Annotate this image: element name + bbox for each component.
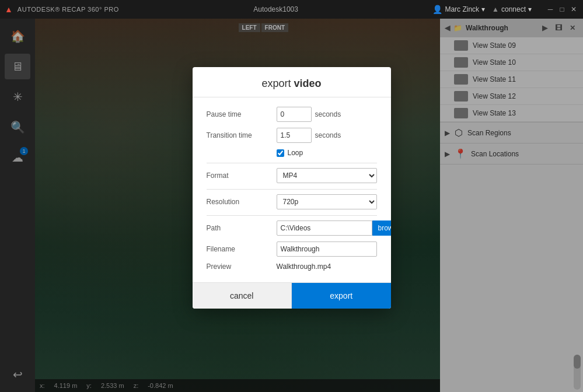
transition-time-unit: seconds (315, 131, 341, 139)
app-name: AUTODESK® RECAP 360° PRO (18, 6, 119, 13)
form-divider-3 (207, 215, 377, 216)
modal-overlay: export video Pause time seconds Transiti… (0, 19, 583, 392)
filename-label: Filename (207, 245, 277, 253)
user-name: Marc Zinck (445, 5, 479, 13)
path-label: Path (207, 224, 277, 232)
user-icon: 👤 (432, 5, 442, 14)
transition-time-label: Transition time (207, 131, 277, 139)
form-divider-2 (207, 189, 377, 190)
format-label: Format (207, 172, 277, 180)
connect-menu[interactable]: ▲ connect ▾ (492, 5, 532, 13)
browse-button[interactable]: browse (372, 220, 391, 236)
resolution-row: Resolution 720p 1080p 480p (207, 194, 377, 209)
pause-time-unit: seconds (315, 110, 341, 118)
minimize-button[interactable]: ─ (546, 5, 555, 14)
cancel-button[interactable]: cancel (193, 283, 292, 309)
pause-time-row: Pause time seconds (207, 107, 377, 122)
maximize-button[interactable]: □ (557, 5, 567, 14)
resolution-label: Resolution (207, 198, 277, 206)
form-divider-1 (207, 163, 377, 163)
preview-value: Walkthrough.mp4 (277, 262, 331, 271)
connect-label: connect (501, 5, 526, 13)
format-select[interactable]: MP4 AVI MOV (277, 168, 377, 183)
user-dropdown-icon: ▾ (481, 5, 485, 13)
dialog-body: Pause time seconds Transition time secon… (193, 97, 391, 282)
window-controls: ─ □ ✕ (546, 5, 578, 14)
export-dialog: export video Pause time seconds Transiti… (193, 67, 391, 309)
transition-time-input[interactable] (277, 128, 312, 143)
pause-time-label: Pause time (207, 110, 277, 118)
title-left: ▲ AUTODESK® RECAP 360° PRO (5, 5, 119, 14)
main-area: 🏠 🖥 ✳ 🔍 ☁ 1 ↩ LEFT FRONT ◀ 📁 Walkthrough… (0, 19, 583, 392)
filename-row: Filename (207, 242, 377, 257)
path-row: Path browse (207, 220, 377, 236)
filename-input[interactable] (277, 242, 377, 257)
preview-row: Preview Walkthrough.mp4 (207, 262, 377, 271)
titlebar: ▲ AUTODESK® RECAP 360° PRO Autodesk1003 … (0, 0, 583, 19)
loop-checkbox[interactable] (277, 149, 284, 157)
format-row: Format MP4 AVI MOV (207, 168, 377, 183)
dialog-footer: cancel export (193, 282, 391, 309)
close-button[interactable]: ✕ (569, 5, 578, 14)
dialog-title-normal: export (261, 78, 291, 89)
dialog-title: export video (193, 67, 391, 97)
pause-time-input[interactable] (277, 107, 312, 122)
export-button[interactable]: export (292, 283, 391, 309)
loop-row: Loop (277, 149, 377, 157)
loop-label: Loop (288, 149, 303, 157)
title-right: 👤 Marc Zinck ▾ ▲ connect ▾ ─ □ ✕ (432, 5, 578, 14)
connect-dropdown-icon: ▾ (528, 5, 532, 13)
transition-time-row: Transition time seconds (207, 128, 377, 143)
user-menu[interactable]: 👤 Marc Zinck ▾ (432, 5, 485, 14)
path-input[interactable] (277, 220, 372, 236)
connect-logo-icon: ▲ (492, 5, 499, 13)
dialog-title-bold: video (291, 78, 322, 89)
preview-label: Preview (207, 262, 277, 271)
title-center: Autodesk1003 (253, 5, 298, 13)
resolution-select[interactable]: 720p 1080p 480p (277, 194, 377, 209)
app-logo: ▲ (5, 5, 13, 14)
